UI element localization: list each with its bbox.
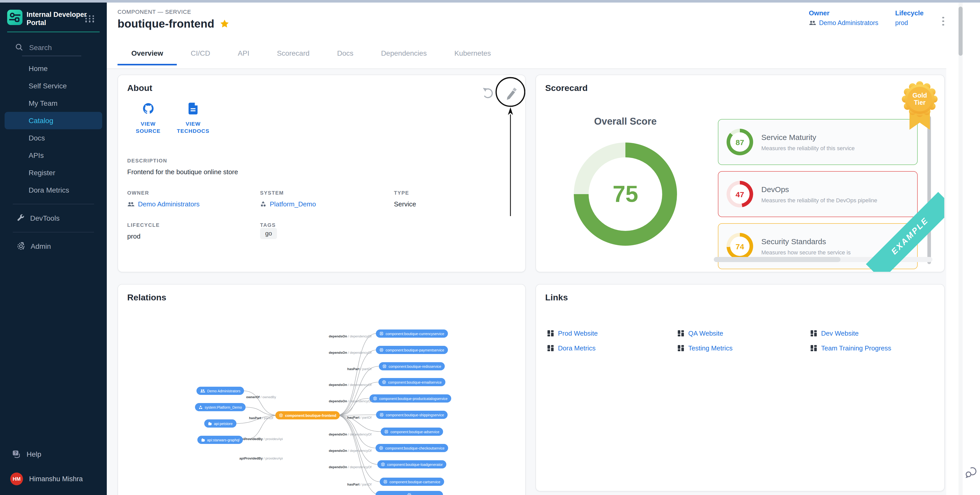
- gold-tier-badge: Gold Tier: [902, 81, 938, 134]
- graph-edge-label: dependsOn / dependencyOf: [329, 449, 371, 452]
- score-value: 74: [730, 237, 749, 256]
- avatar: HM: [10, 472, 23, 485]
- chip-icon: [380, 413, 384, 417]
- chat-feedback-icon[interactable]: [965, 466, 977, 480]
- tag-chip[interactable]: go: [260, 228, 277, 239]
- sidebar-item-my-team[interactable]: My Team: [5, 94, 102, 111]
- score-ring: 47: [727, 181, 753, 207]
- breadcrumb: COMPONENT — SERVICE: [118, 8, 191, 14]
- link-testing-metrics[interactable]: Testing Metrics: [678, 344, 810, 352]
- search-icon: [15, 43, 23, 51]
- link-prod-website[interactable]: Prod Website: [547, 329, 678, 337]
- graph-node-label: component:boutique-shippingservice: [386, 413, 444, 417]
- more-options-kebab-icon[interactable]: [940, 14, 946, 28]
- sidebar-item-dora-metrics[interactable]: Dora Metrics: [5, 181, 102, 199]
- chip-icon: [382, 380, 386, 384]
- owner-link[interactable]: Demo Administrators: [809, 19, 878, 26]
- svg-text:?: ?: [14, 450, 17, 455]
- sidebar-item-home[interactable]: Home: [5, 59, 102, 77]
- field-description: DESCRIPTIONFrontend for the boutique onl…: [127, 158, 516, 176]
- relations-graph: Demo AdministratorsownerOf / ownedBysyst…: [118, 285, 525, 495]
- quick-link-view-techdocs[interactable]: VIEWTECHDOCS: [172, 103, 214, 134]
- field-owner: OWNERDemo Administrators: [127, 190, 260, 208]
- sidebar-item-label: APIs: [29, 151, 44, 159]
- sidebar-item-help[interactable]: ? Help: [12, 450, 41, 458]
- link-team-training-progress[interactable]: Team Training Progress: [810, 344, 933, 352]
- score-item-service-maturity[interactable]: 87Service MaturityMeasures the reliabili…: [718, 119, 918, 165]
- links-heading: Links: [545, 293, 568, 303]
- edit-pencil-icon[interactable]: [507, 88, 517, 100]
- link-qa-website[interactable]: QA Website: [678, 329, 810, 337]
- score-title: Security Standards: [761, 237, 851, 246]
- sidebar-item-self-service[interactable]: Self Service: [5, 77, 102, 94]
- field-value-link[interactable]: Demo Administrators: [127, 200, 260, 208]
- graph-node-api-petstore[interactable]: api:petstore: [204, 419, 236, 428]
- graph-node-system-platform-demo[interactable]: system:Platform_Demo: [195, 403, 245, 411]
- sidebar-item-register[interactable]: Register: [5, 164, 102, 181]
- overall-score-value: 75: [612, 181, 638, 207]
- sidebar-item-devtools[interactable]: DevTools: [5, 209, 102, 226]
- field-label: OWNER: [127, 190, 260, 196]
- link-label: Dev Website: [821, 329, 859, 337]
- tab-scorecard[interactable]: Scorecard: [263, 38, 323, 68]
- apps-grid-icon[interactable]: [85, 15, 95, 22]
- window-scrollbar-thumb[interactable]: [959, 6, 963, 56]
- grid-icon: [547, 345, 554, 352]
- score-item-devops[interactable]: 47DevOpsMeasures the reliability of the …: [718, 171, 918, 217]
- graph-node-component-boutique-loadgenerator[interactable]: component:boutique-loadgenerator: [377, 460, 446, 468]
- tab-kubernetes[interactable]: Kubernetes: [441, 38, 504, 68]
- field-label: SYSTEM: [260, 190, 394, 196]
- score-description: Measures the reliability of the DevOps p…: [761, 197, 877, 203]
- field-lifecycle: LIFECYCLEprod: [127, 222, 260, 240]
- graph-node-label: component:boutique-redisservice: [388, 364, 441, 368]
- chip-icon: [383, 480, 387, 484]
- tab-docs[interactable]: Docs: [323, 38, 368, 68]
- refresh-icon[interactable]: [483, 88, 492, 97]
- user-menu[interactable]: HM Himanshu Mishra: [10, 472, 83, 485]
- tab-dependencies[interactable]: Dependencies: [367, 38, 441, 68]
- graph-edge-label: ownerOf / ownedBy: [246, 395, 276, 399]
- link-dev-website[interactable]: Dev Website: [810, 329, 933, 337]
- sidebar-item-admin[interactable]: Admin: [5, 237, 102, 255]
- graph-node-component-boutique-cartservice[interactable]: component:boutique-cartservice: [380, 477, 444, 486]
- graph-node-component-boutique-productcatalogservice[interactable]: component:boutique-productcatalogservice: [369, 395, 451, 403]
- favorite-star-icon[interactable]: [220, 19, 230, 29]
- graph-node-component-boutique-currencyservice[interactable]: component:boutique-currencyservice: [376, 329, 448, 337]
- sidebar-divider: [13, 232, 94, 232]
- window-scrollbar[interactable]: [959, 2, 963, 495]
- graph-node-component-boutique-frontend[interactable]: component:boutique-frontend: [275, 411, 340, 419]
- portal-logo-icon[interactable]: [7, 10, 22, 25]
- graph-node-component-boutique-shippingservice[interactable]: component:boutique-shippingservice: [376, 411, 448, 419]
- graph-edge-label: dependsOn / dependencyOf: [329, 433, 371, 436]
- quick-link-view-source[interactable]: VIEWSOURCE: [127, 103, 169, 134]
- graph-node-component-boutique-redisservice[interactable]: component:boutique-redisservice: [379, 362, 445, 370]
- link-dora-metrics[interactable]: Dora Metrics: [547, 344, 678, 352]
- grid-icon: [810, 345, 817, 352]
- sidebar-item-docs[interactable]: Docs: [5, 129, 102, 146]
- lifecycle-value: prod: [895, 19, 908, 26]
- graph-node-clipped[interactable]: [375, 491, 443, 495]
- graph-node-label: component:boutique-adservice: [390, 430, 439, 433]
- search-input[interactable]: Search: [15, 43, 52, 51]
- sidebar-item-apis[interactable]: APIs: [5, 146, 102, 164]
- graph-node-component-boutique-paymentservice[interactable]: component:boutique-paymentservice: [376, 346, 448, 354]
- scorecard-vertical-scrollbar[interactable]: [928, 116, 931, 264]
- score-value: 47: [730, 185, 749, 204]
- grid-icon: [547, 330, 554, 337]
- graph-node-api-starwars-graphql[interactable]: api:starwars-graphql: [197, 436, 243, 444]
- tab-ci-cd[interactable]: CI/CD: [177, 38, 224, 68]
- overall-score-label: Overall Score: [574, 116, 677, 127]
- field-value-link[interactable]: Platform_Demo: [260, 200, 394, 208]
- puzzle-icon: [208, 422, 212, 425]
- graph-node-component-boutique-adservice[interactable]: component:boutique-adservice: [381, 428, 443, 436]
- graph-node-component-boutique-emailservice[interactable]: component:boutique-emailservice: [379, 378, 445, 386]
- people-icon: [200, 389, 205, 393]
- tab-api[interactable]: API: [224, 38, 263, 68]
- tab-overview[interactable]: Overview: [118, 38, 177, 68]
- graph-node-component-boutique-checkoutservice[interactable]: component:boutique-checkoutservice: [375, 444, 448, 452]
- sidebar-item-catalog[interactable]: Catalog: [5, 111, 102, 129]
- graph-node-demo-administrators[interactable]: Demo Administrators: [196, 387, 244, 395]
- quick-link-label: VIEWSOURCE: [127, 121, 169, 134]
- field-system: SYSTEMPlatform_Demo: [260, 190, 394, 208]
- tab-bar: OverviewCI/CDAPIScorecardDocsDependencie…: [118, 38, 505, 68]
